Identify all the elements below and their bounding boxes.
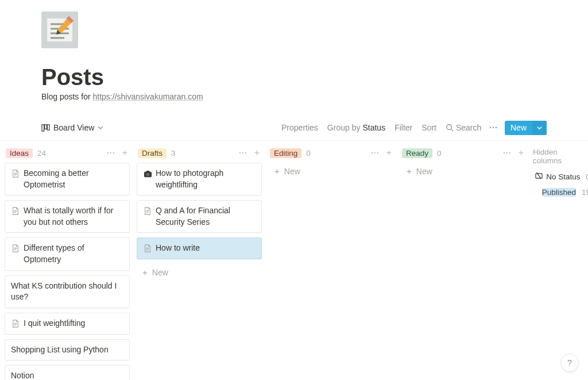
- page-icon: [11, 168, 20, 179]
- page-header: Posts Blog posts for https://shivansivak…: [0, 0, 588, 101]
- card[interactable]: Notion: [5, 365, 130, 380]
- svg-point-11: [447, 125, 452, 130]
- board: Ideas24···+Becoming a better Optometrist…: [0, 140, 588, 380]
- svg-line-12: [451, 129, 454, 132]
- properties-button[interactable]: Properties: [281, 123, 318, 132]
- view-switcher-label: Board View: [53, 123, 94, 132]
- column-options-button[interactable]: ···: [107, 148, 117, 158]
- column-tag[interactable]: Ready: [402, 148, 432, 158]
- card-title: How to write: [156, 243, 200, 254]
- column-tag[interactable]: Editing: [270, 148, 301, 158]
- column-add-button[interactable]: +: [252, 148, 262, 158]
- column-options-button[interactable]: ···: [239, 148, 249, 158]
- card-title: Becoming a better Optometrist: [24, 168, 123, 190]
- view-switcher[interactable]: Board View: [41, 123, 103, 132]
- svg-rect-33: [146, 170, 149, 172]
- hidden-column-count: 19: [582, 188, 588, 197]
- column-options-button[interactable]: ···: [503, 148, 513, 158]
- svg-rect-10: [47, 124, 49, 129]
- page-icon: [143, 205, 152, 217]
- column-count: 24: [37, 149, 46, 158]
- board-view-icon: [41, 124, 50, 132]
- column-options-button[interactable]: ···: [371, 148, 381, 158]
- add-card-label: New: [416, 167, 432, 176]
- card-title: What KS contribution should I use?: [11, 281, 123, 303]
- column-header: Drafts3···+: [137, 147, 262, 163]
- filter-button[interactable]: Filter: [394, 123, 412, 132]
- search-button[interactable]: Search: [446, 123, 481, 132]
- card[interactable]: Becoming a better Optometrist: [5, 163, 130, 195]
- card-title: How to photograph weightlifting: [156, 168, 256, 190]
- card-title: I quit weightlifting: [24, 318, 85, 329]
- card[interactable]: Q and A for Financial Security Series: [137, 200, 262, 233]
- card[interactable]: How to photograph weightlifting: [137, 163, 262, 195]
- add-card-label: New: [284, 167, 300, 176]
- page-icon[interactable]: [41, 11, 78, 48]
- hidden-columns-title: Hidden columns: [533, 147, 588, 171]
- page-description-link[interactable]: https://shivansivakumaran.com: [93, 92, 203, 101]
- search-label: Search: [456, 123, 481, 132]
- more-options-button[interactable]: ···: [489, 123, 498, 132]
- new-button-dropdown[interactable]: [532, 121, 547, 135]
- column-count: 0: [437, 149, 442, 158]
- hidden-column-item[interactable]: No Status0: [535, 171, 588, 187]
- hidden-column-label: No Status: [546, 172, 580, 181]
- new-button: New: [505, 121, 547, 135]
- column-header: Ready0···+: [401, 147, 526, 163]
- memo-pencil-icon: [41, 11, 78, 48]
- help-label: ?: [567, 358, 572, 367]
- page-icon: [11, 243, 20, 254]
- chevron-down-icon: [98, 123, 103, 132]
- camera-icon: [143, 168, 152, 179]
- column-add-button[interactable]: +: [120, 148, 130, 158]
- column-count: 3: [171, 149, 176, 158]
- search-icon: [446, 124, 454, 132]
- card[interactable]: I quit weightlifting: [5, 313, 130, 335]
- svg-point-32: [146, 172, 149, 176]
- column-tag[interactable]: Ideas: [6, 148, 33, 158]
- plus-icon: +: [142, 267, 148, 277]
- column-tag[interactable]: Drafts: [138, 148, 167, 158]
- column-add-button[interactable]: +: [516, 148, 526, 158]
- help-button[interactable]: ?: [560, 354, 579, 372]
- page-title[interactable]: Posts: [41, 64, 547, 90]
- column-header: Ideas24···+: [5, 147, 130, 163]
- group-by-value: Status: [362, 123, 385, 132]
- card[interactable]: Different types of Optometry: [5, 237, 130, 270]
- page-icon: [143, 243, 152, 254]
- svg-rect-9: [45, 124, 47, 129]
- page-description[interactable]: Blog posts for https://shivansivakumaran…: [41, 92, 547, 101]
- card[interactable]: What is totally worth if for you but not…: [5, 200, 130, 233]
- sort-button[interactable]: Sort: [421, 123, 436, 132]
- group-by-prefix: Group by: [327, 123, 361, 132]
- card[interactable]: What KS contribution should I use?: [5, 275, 130, 308]
- column-ready: Ready0···++New: [401, 147, 526, 179]
- hidden-column-item[interactable]: Published19: [542, 187, 588, 202]
- card[interactable]: How to write: [137, 237, 262, 259]
- column-add-button[interactable]: +: [384, 148, 394, 158]
- card-title: Q and A for Financial Security Series: [156, 205, 256, 228]
- add-card-label: New: [152, 268, 168, 277]
- card-title: What is totally worth if for you but not…: [24, 205, 123, 228]
- plus-icon: +: [274, 166, 280, 176]
- plus-icon: +: [407, 166, 412, 176]
- card-title: Shopping List using Python: [11, 344, 109, 356]
- add-card-button[interactable]: +New: [401, 163, 526, 179]
- column-count: 0: [306, 149, 311, 158]
- column-ideas: Ideas24···+Becoming a better Optometrist…: [5, 147, 130, 380]
- add-card-button[interactable]: +New: [137, 264, 262, 281]
- card-title: Notion: [11, 370, 34, 380]
- column-editing: Editing0···++New: [269, 147, 394, 179]
- column-header: Editing0···+: [269, 147, 394, 163]
- group-by-button[interactable]: Group by Status: [327, 123, 385, 132]
- column-drafts: Drafts3···+How to photograph weightlifti…: [137, 147, 262, 281]
- add-card-button[interactable]: +New: [269, 163, 394, 179]
- page-icon: [11, 205, 20, 217]
- hidden-column-count: 0: [586, 172, 588, 181]
- page-description-prefix: Blog posts for: [41, 92, 93, 101]
- card[interactable]: Shopping List using Python: [5, 339, 130, 361]
- card-title: Different types of Optometry: [24, 243, 123, 265]
- hidden-column-tag: Published: [542, 188, 576, 197]
- new-button-label[interactable]: New: [505, 121, 532, 135]
- view-toolbar: Board View Properties Group by Status Fi…: [0, 115, 588, 140]
